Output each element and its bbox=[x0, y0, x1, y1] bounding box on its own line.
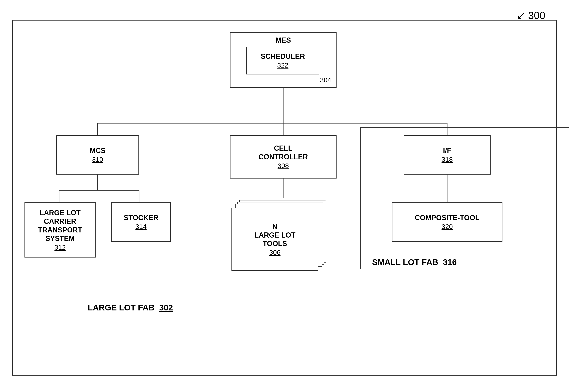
mcs-label: MCS bbox=[90, 146, 105, 155]
n-large-lot-tools-label: NLARGE LOTTOOLS bbox=[254, 222, 295, 248]
main-diagram-border: MES SCHEDULER 322 304 MCS 310 CELLCONTRO… bbox=[12, 20, 557, 376]
cell-controller-label: CELLCONTROLLER bbox=[259, 144, 308, 161]
large-lot-fab-label: LARGE LOT FAB 302 bbox=[88, 303, 173, 312]
scheduler-ref: 322 bbox=[277, 61, 289, 69]
mcs-ref: 310 bbox=[92, 156, 103, 163]
large-lot-fab-ref: 302 bbox=[159, 303, 173, 312]
small-lot-fab-label: SMALL LOT FAB 316 bbox=[372, 257, 457, 267]
mes-box: MES SCHEDULER 322 304 bbox=[230, 32, 336, 88]
scheduler-label: SCHEDULER bbox=[261, 52, 305, 61]
llcts-box: LARGE LOTCARRIERTRANSPORTSYSTEM 312 bbox=[25, 202, 96, 257]
mes-ref: 304 bbox=[320, 76, 331, 84]
small-lot-fab-border bbox=[360, 127, 569, 269]
stocker-ref: 314 bbox=[136, 223, 147, 230]
scheduler-box: SCHEDULER 322 bbox=[246, 47, 319, 74]
small-lot-fab-ref: 316 bbox=[443, 257, 457, 267]
llcts-ref: 312 bbox=[55, 243, 66, 251]
cell-controller-box: CELLCONTROLLER 308 bbox=[230, 135, 336, 179]
n-large-lot-tools-ref: 306 bbox=[269, 249, 281, 256]
mcs-box: MCS 310 bbox=[56, 135, 139, 175]
reference-number: 300 bbox=[517, 10, 545, 21]
n-large-lot-tools-box: NLARGE LOTTOOLS 306 bbox=[232, 208, 318, 271]
stocker-label: STOCKER bbox=[124, 213, 158, 222]
cell-controller-ref: 308 bbox=[278, 162, 289, 170]
mes-label: MES bbox=[276, 36, 291, 44]
stocker-box: STOCKER 314 bbox=[111, 202, 171, 242]
llcts-label: LARGE LOTCARRIERTRANSPORTSYSTEM bbox=[38, 209, 82, 243]
